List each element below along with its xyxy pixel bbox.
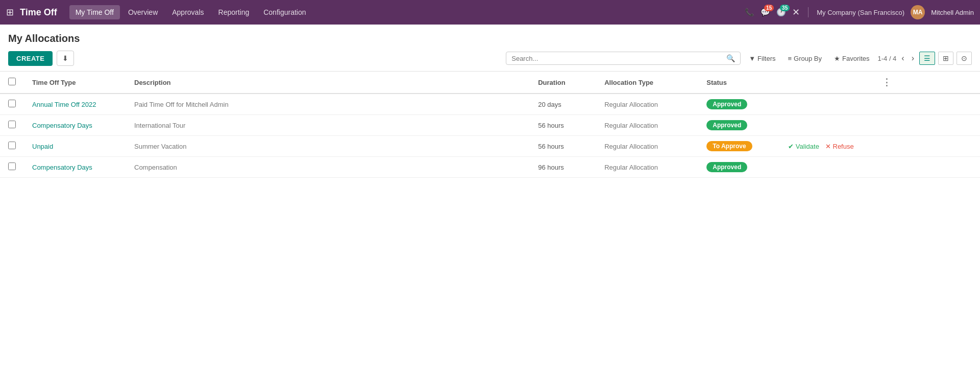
col-header-type[interactable]: Time Off Type — [24, 72, 126, 94]
company-name[interactable]: My Company (San Francisco) — [817, 9, 904, 16]
page-body: My Allocations CREATE ⬇ 🔍 ▼ Filters ≡ Gr… — [0, 25, 980, 371]
cell-actions — [780, 157, 872, 178]
group-by-button[interactable]: ≡ Group By — [784, 53, 826, 64]
col-header-status[interactable]: Status — [698, 72, 780, 94]
topnav-menu: My Time Off Overview Approvals Reporting… — [69, 5, 743, 19]
chat-badge: 15 — [764, 5, 774, 11]
search-input[interactable] — [511, 55, 726, 62]
table-row: Compensatory Days International Tour 56 … — [0, 115, 980, 136]
cell-allocation-type: Regular Allocation — [596, 94, 698, 115]
select-all-header[interactable] — [0, 72, 24, 94]
group-by-icon: ≡ — [788, 55, 792, 62]
col-header-duration[interactable]: Duration — [530, 72, 596, 94]
username-label: Mitchell Admin — [931, 9, 974, 16]
page-prev-button[interactable]: ‹ — [899, 53, 906, 64]
cell-actions: ✔ Validate ✕ Refuse — [780, 136, 872, 157]
row-checkbox[interactable] — [8, 142, 16, 149]
apps-icon[interactable]: ⊞ — [6, 7, 14, 18]
cell-duration: 56 hours — [530, 115, 596, 136]
grid-view-button[interactable]: ⊞ — [938, 52, 953, 65]
clock-icon[interactable]: 🕐 35 — [776, 8, 786, 17]
nav-divider — [808, 7, 808, 17]
menu-item-mytimeoff[interactable]: My Time Off — [69, 5, 120, 19]
status-badge-approved: Approved — [706, 99, 747, 109]
favorites-button[interactable]: ★ Favorites — [830, 53, 873, 64]
cell-allocation-type: Regular Allocation — [596, 115, 698, 136]
cell-description: International Tour — [126, 115, 530, 136]
more-options-icon[interactable]: ⋮ — [880, 77, 893, 87]
table-row: Unpaid Summer Vacation 56 hours Regular … — [0, 136, 980, 157]
cell-status: To Approve — [698, 136, 780, 157]
header-row: Time Off Type Description Duration Alloc… — [0, 72, 980, 94]
page-header: My Allocations — [0, 25, 980, 44]
user-avatar[interactable]: MA — [911, 5, 925, 19]
row-checkbox-cell — [0, 115, 24, 136]
cell-type: Compensatory Days — [24, 157, 126, 178]
star-icon: ★ — [834, 55, 840, 62]
chat-icon[interactable]: 💬 15 — [761, 8, 770, 17]
row-checkbox[interactable] — [8, 121, 16, 128]
phone-icon[interactable]: 📞 — [745, 8, 754, 17]
menu-item-configuration[interactable]: Configuration — [257, 5, 312, 19]
cell-status: Approved — [698, 115, 780, 136]
filter-bar: ▼ Filters ≡ Group By ★ Favorites — [745, 53, 873, 64]
col-header-allocation-type[interactable]: Allocation Type — [596, 72, 698, 94]
list-view-button[interactable]: ☰ — [919, 52, 935, 65]
row-checkbox-cell — [0, 157, 24, 178]
menu-item-reporting[interactable]: Reporting — [212, 5, 256, 19]
col-header-more[interactable]: ⋮ — [872, 72, 980, 94]
settings-view-button[interactable]: ⊙ — [957, 52, 972, 65]
menu-item-overview[interactable]: Overview — [122, 5, 164, 19]
cell-duration: 20 days — [530, 94, 596, 115]
pagination-info: 1-4 / 4 — [877, 55, 896, 62]
group-by-label: Group By — [794, 55, 822, 62]
search-icon: 🔍 — [726, 54, 735, 62]
cell-allocation-type: Regular Allocation — [596, 136, 698, 157]
page-title: My Allocations — [8, 33, 972, 44]
row-checkbox-cell — [0, 136, 24, 157]
validate-button[interactable]: ✔ Validate — [788, 143, 819, 150]
search-box: 🔍 — [506, 52, 741, 65]
cell-status: Approved — [698, 157, 780, 178]
close-icon[interactable]: ✕ — [792, 7, 800, 18]
page-next-button[interactable]: › — [910, 53, 916, 64]
topnav-right: 📞 💬 15 🕐 35 ✕ My Company (San Francisco)… — [745, 5, 974, 19]
create-button[interactable]: CREATE — [8, 51, 53, 66]
clock-badge: 35 — [780, 5, 790, 11]
col-header-description[interactable]: Description — [126, 72, 530, 94]
cell-more — [872, 157, 980, 178]
status-badge-approved: Approved — [706, 120, 747, 130]
topnav: ⊞ Time Off My Time Off Overview Approval… — [0, 0, 980, 25]
download-button[interactable]: ⬇ — [57, 51, 74, 66]
menu-item-approvals[interactable]: Approvals — [166, 5, 210, 19]
row-checkbox[interactable] — [8, 100, 16, 107]
cell-allocation-type: Regular Allocation — [596, 157, 698, 178]
cell-duration: 56 hours — [530, 136, 596, 157]
cell-description: Compensation — [126, 157, 530, 178]
table-row: Annual Time Off 2022 Paid Time Off for M… — [0, 94, 980, 115]
row-actions: ✔ Validate ✕ Refuse — [788, 143, 864, 150]
favorites-label: Favorites — [842, 55, 869, 62]
cell-duration: 96 hours — [530, 157, 596, 178]
filters-label: Filters — [757, 55, 775, 62]
cell-status: Approved — [698, 94, 780, 115]
row-checkbox-cell — [0, 94, 24, 115]
search-area: 🔍 ▼ Filters ≡ Group By ★ Favorites — [506, 52, 972, 65]
toolbar: CREATE ⬇ 🔍 ▼ Filters ≡ Group By ★ — [0, 51, 980, 72]
cell-description: Paid Time Off for Mitchell Admin — [126, 94, 530, 115]
table-header: Time Off Type Description Duration Alloc… — [0, 72, 980, 94]
cell-type: Unpaid — [24, 136, 126, 157]
table-body: Annual Time Off 2022 Paid Time Off for M… — [0, 94, 980, 178]
cell-description: Summer Vacation — [126, 136, 530, 157]
filters-button[interactable]: ▼ Filters — [745, 53, 779, 64]
brand-logo[interactable]: Time Off — [20, 7, 57, 18]
refuse-button[interactable]: ✕ Refuse — [825, 143, 854, 150]
select-all-checkbox[interactable] — [8, 78, 16, 85]
allocations-table: Time Off Type Description Duration Alloc… — [0, 72, 980, 178]
status-badge-approved: Approved — [706, 162, 747, 172]
table-container: Time Off Type Description Duration Alloc… — [0, 72, 980, 178]
cell-more — [872, 115, 980, 136]
cell-type: Compensatory Days — [24, 115, 126, 136]
cell-more — [872, 136, 980, 157]
row-checkbox[interactable] — [8, 163, 16, 170]
